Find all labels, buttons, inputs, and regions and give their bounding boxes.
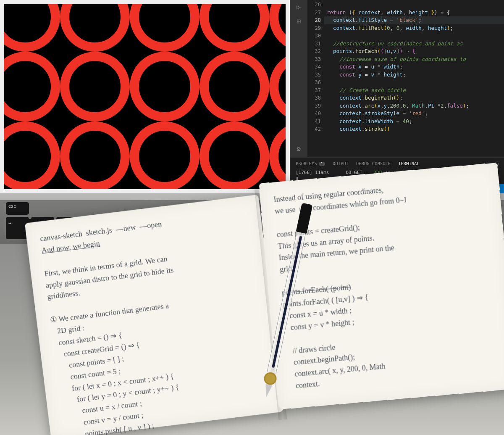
svg-point-6 [65, 56, 125, 117]
svg-point-10 [4, 126, 55, 187]
activity-bar: ▷ ⊞ ⚙ [290, 0, 307, 157]
svg-point-5 [4, 56, 55, 117]
svg-point-12 [134, 126, 195, 187]
extensions-icon[interactable]: ⊞ [294, 16, 304, 26]
svg-point-11 [65, 126, 125, 187]
svg-point-3 [204, 4, 265, 47]
svg-point-0 [4, 4, 55, 47]
handwriting-left: canvas-sketch sketch.js —new —open And n… [39, 208, 272, 435]
svg-point-1 [65, 4, 125, 47]
settings-icon[interactable]: ⚙ [294, 144, 304, 154]
run-debug-icon[interactable]: ▷ [294, 2, 304, 12]
circles-svg [4, 4, 286, 189]
svg-point-2 [134, 4, 195, 47]
svg-point-7 [134, 56, 195, 117]
code-area[interactable]: return ({ context, width, height }) ⇒ { … [324, 0, 504, 157]
notebook-page-right: Instead of using regular coordinates, we… [259, 163, 504, 410]
svg-point-14 [274, 126, 286, 187]
svg-point-13 [204, 126, 265, 187]
svg-point-9 [274, 56, 286, 117]
laptop-screen: ▷ ⊞ ⚙ 2627282930313233343536373839404142… [0, 0, 504, 193]
tab-debug-console[interactable]: DEBUG CONSOLE [356, 161, 391, 166]
svg-point-4 [274, 4, 286, 47]
svg-point-8 [204, 56, 265, 117]
tab-problems[interactable]: PROBLEMS1 [296, 161, 325, 166]
notebook-page-left: canvas-sketch sketch.js —new —open And n… [25, 195, 285, 435]
line-gutter: 2627282930313233343536373839404142 [307, 0, 324, 157]
tab-terminal[interactable]: TERMINAL [398, 161, 420, 166]
canvas-preview [0, 0, 290, 193]
tab-output[interactable]: OUTPUT [333, 161, 349, 166]
